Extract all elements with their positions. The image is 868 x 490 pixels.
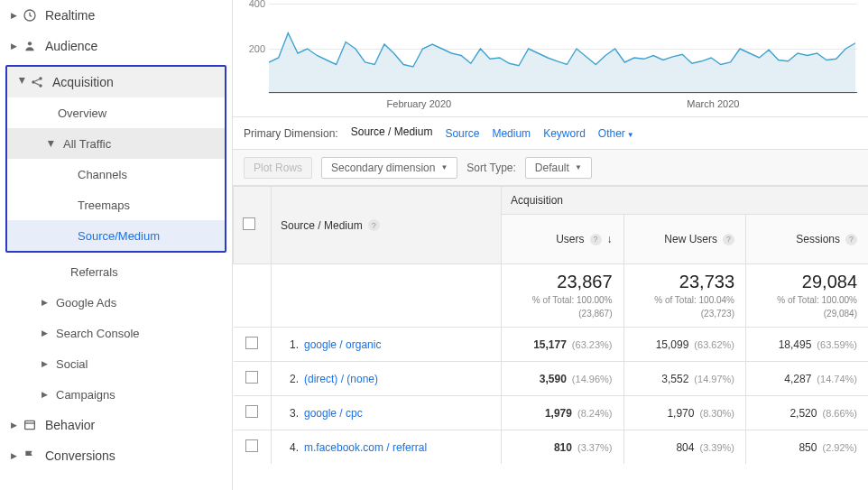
chart-area: 400 200 February 2020 March 2020 [233,0,868,117]
table-header-group: Source / Medium? Acquisition [234,187,869,215]
x-axis-label: February 2020 [387,98,452,109]
select-all-cell[interactable] [234,187,272,264]
chevron-down-icon: ▶ [18,78,27,87]
svg-rect-5 [25,421,35,429]
clock-icon [20,8,40,23]
help-icon[interactable]: ? [845,234,857,245]
sessions-value: 2,520 [790,407,817,420]
users-value: 1,979 [545,407,572,420]
users-pct: (14.96%) [572,374,613,384]
plot-rows-button[interactable]: Plot Rows [244,157,312,179]
sort-arrow-down-icon: ↓ [607,233,613,245]
all-traffic-submenu: Channels Treemaps Source/Medium [7,159,225,251]
flag-icon [20,448,40,463]
dimension-option-medium[interactable]: Medium [492,127,531,140]
chevron-down-icon: ▼ [440,163,448,171]
column-header-new-users[interactable]: New Users? [623,215,746,264]
sidebar-item-campaigns[interactable]: ▶ Campaigns [0,379,232,410]
sidebar-item-label: Google Ads [51,296,116,310]
chevron-right-icon: ▶ [38,328,51,337]
chevron-right-icon: ▶ [11,421,20,430]
sidebar-item-realtime[interactable]: ▶ Realtime [0,0,232,31]
total-users: 23,867 % of Total: 100.00% (23,867) [502,264,624,328]
sidebar-item-label: Realtime [40,8,95,23]
source-medium-link[interactable]: google / organic [304,338,381,351]
chevron-down-icon: ▼ [575,163,582,171]
sidebar-item-label: Campaigns [51,388,115,402]
line-chart[interactable] [269,4,855,94]
chevron-right-icon: ▶ [11,42,20,51]
row-index: 4. [282,441,299,454]
sidebar-item-label: Social [51,357,88,371]
sidebar-item-label: Conversions [40,448,115,463]
column-header-users[interactable]: Users?↓ [502,215,624,264]
checkbox[interactable] [243,217,255,230]
help-icon[interactable]: ? [723,234,734,245]
sidebar-item-conversions[interactable]: ▶ Conversions [0,440,232,471]
table-row[interactable]: 1.google / organic15,177(63.23%)15,099(6… [234,328,869,362]
chevron-down-icon: ▼ [627,131,634,139]
column-group-acquisition: Acquisition [502,187,869,215]
chevron-right-icon: ▶ [11,11,20,20]
person-icon [20,39,40,53]
users-pct: (3.37%) [577,442,613,453]
total-sessions: 29,084 % of Total: 100.00% (29,084) [746,264,869,328]
users-value: 15,177 [533,338,567,351]
sidebar-item-social[interactable]: ▶ Social [0,348,232,379]
help-icon[interactable]: ? [368,219,380,231]
x-axis-label: March 2020 [687,98,739,109]
sidebar-item-audience[interactable]: ▶ Audience [0,31,232,61]
sidebar-item-google-ads[interactable]: ▶ Google Ads [0,287,232,318]
checkbox[interactable] [245,371,258,384]
sidebar-item-treemaps[interactable]: Treemaps [7,190,225,220]
sort-type-dropdown[interactable]: Default▼ [525,157,592,179]
sessions-value: 18,495 [779,338,812,351]
source-medium-link[interactable]: (direct) / (none) [304,373,378,385]
dimension-selected[interactable]: Source / Medium [351,125,433,142]
checkbox[interactable] [245,439,258,452]
primary-dimension-bar: Primary Dimension: Source / Medium Sourc… [233,117,868,150]
dimension-option-source[interactable]: Source [445,127,479,140]
sidebar-item-source-medium[interactable]: Source/Medium [7,220,225,251]
source-medium-link[interactable]: m.facebook.com / referral [304,441,427,454]
new-users-pct: (8.30%) [699,408,734,419]
new-users-value: 3,552 [661,373,688,385]
row-index: 2. [282,373,299,385]
table-row[interactable]: 2.(direct) / (none)3,590(14.96%)3,552(14… [234,362,869,396]
sessions-pct: (2.92%) [822,442,857,453]
help-icon[interactable]: ? [590,234,602,245]
new-users-pct: (14.97%) [694,374,734,384]
sidebar-item-channels[interactable]: Channels [7,159,225,190]
column-header-source-medium[interactable]: Source / Medium? [272,187,502,264]
table-row[interactable]: 4.m.facebook.com / referral810(3.37%)804… [234,430,869,465]
sidebar-item-referrals[interactable]: Referrals [0,256,232,287]
dimension-option-keyword[interactable]: Keyword [543,127,586,140]
users-value: 3,590 [540,373,567,385]
column-header-sessions[interactable]: Sessions? [746,215,869,264]
checkbox[interactable] [245,405,258,418]
source-medium-link[interactable]: google / cpc [304,407,363,420]
sessions-value: 850 [799,441,817,454]
secondary-dimension-dropdown[interactable]: Secondary dimension▼ [321,157,457,179]
sidebar-item-overview[interactable]: Overview [7,97,225,128]
sessions-pct: (8.66%) [822,408,857,419]
sidebar-item-behavior[interactable]: ▶ Behavior [0,410,232,440]
svg-point-1 [28,42,32,45]
checkbox[interactable] [245,337,258,349]
sidebar-item-search-console[interactable]: ▶ Search Console [0,318,232,348]
svg-point-4 [39,84,42,87]
table-row[interactable]: 3.google / cpc1,979(8.24%)1,970(8.30%)2,… [234,396,869,430]
sidebar-item-label: Acquisition [47,75,114,89]
acquisition-submenu-cont: ▶ Google Ads ▶ Search Console ▶ Social ▶… [0,287,232,410]
sidebar-item-label: All Traffic [58,137,111,151]
x-axis-baseline [269,92,857,93]
row-index: 3. [282,407,299,420]
y-axis-tick: 200 [244,43,265,54]
sidebar-item-all-traffic[interactable]: ▶ All Traffic [7,128,225,159]
sessions-pct: (14.74%) [817,374,857,384]
sidebar-item-label: Source/Medium [72,229,160,243]
sidebar-item-acquisition[interactable]: ▶ Acquisition [7,67,225,97]
sidebar-item-label: Treemaps [72,199,130,212]
svg-point-2 [32,80,34,83]
dimension-option-other[interactable]: Other▼ [598,127,634,140]
